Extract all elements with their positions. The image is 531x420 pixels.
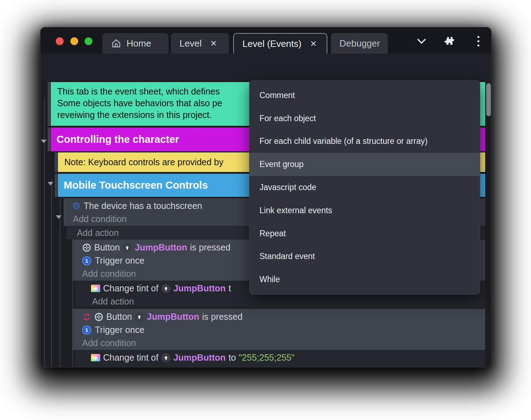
gamepad-button-icon <box>82 243 91 252</box>
menu-item-javascript-code[interactable]: Javascript code <box>250 176 480 199</box>
window-menu-button[interactable] <box>472 35 485 47</box>
indent-bar <box>48 128 50 151</box>
add-event-context-menu: Comment For each object For each child v… <box>249 80 480 295</box>
tree-guide-line <box>60 198 60 367</box>
action-text: Change tint of <box>103 352 159 363</box>
tab-close-icon[interactable]: ✕ <box>310 39 317 49</box>
group-title: Mobile Touchscreen Controls <box>64 179 208 191</box>
note-text: Note: Keyboard controls are provided by <box>64 157 223 167</box>
add-action-link[interactable]: Add action <box>75 364 485 367</box>
object-thumbnail-arrow-icon <box>161 284 171 293</box>
indent-bar <box>72 239 75 281</box>
tab-label: Home <box>127 38 151 49</box>
menu-item-link-external-events[interactable]: Link external events <box>250 199 480 222</box>
tab-level[interactable]: Level ✕ <box>171 33 229 54</box>
traffic-minimize-button[interactable] <box>70 37 78 45</box>
tabs-dropdown-button[interactable] <box>415 35 428 47</box>
tab-bar: Home Level ✕ Level (Events) ✕ Debugger <box>41 27 491 54</box>
traffic-close-button[interactable] <box>56 37 64 45</box>
invert-condition-icon <box>82 312 91 322</box>
condition-text: Button <box>106 312 132 322</box>
object-name: JumpButton <box>135 242 187 253</box>
action-text: t <box>229 283 231 294</box>
app-window: Home Level ✕ Level (Events) ✕ Debugger <box>40 27 492 367</box>
condition-text: is pressed <box>202 312 242 322</box>
tree-guide-line <box>44 98 45 367</box>
chevron-down-icon <box>417 38 426 44</box>
menu-item-for-each-child-variable[interactable]: For each child variable (of a structure … <box>250 130 480 153</box>
tab-debugger[interactable]: Debugger <box>331 33 388 54</box>
extensions-button[interactable] <box>443 35 456 47</box>
object-thumbnail-arrow-icon <box>135 312 144 322</box>
indent-bar <box>72 309 75 350</box>
menu-item-repeat[interactable]: Repeat <box>250 222 480 245</box>
action-text: to <box>229 352 236 363</box>
color-tint-icon <box>91 285 100 292</box>
color-tint-icon <box>91 354 100 361</box>
indent-bar <box>55 152 58 172</box>
trigger-once-icon: 1 <box>82 325 91 335</box>
screenshot-canvas: Home Level ✕ Level (Events) ✕ Debugger <box>0 0 531 420</box>
indent-bar <box>55 174 58 197</box>
collapse-arrow-icon[interactable] <box>48 182 53 185</box>
kebab-menu-icon <box>477 35 480 47</box>
puzzle-icon <box>444 36 455 47</box>
event-jumpbutton-released-actions[interactable]: Change tint of JumpButton to "255;255;25… <box>75 350 485 367</box>
menu-item-event-group[interactable]: Event group <box>250 153 480 176</box>
tab-label: Debugger <box>339 38 380 49</box>
tab-home[interactable]: Home <box>102 33 168 54</box>
menu-item-for-each-object[interactable]: For each object <box>250 107 480 130</box>
condition-text: Button <box>94 242 120 253</box>
indent-bar <box>48 82 50 126</box>
tint-value: "255;255;255" <box>239 352 295 363</box>
add-condition-link[interactable]: Add condition <box>82 336 485 350</box>
tab-label: Level <box>179 38 202 49</box>
menu-item-comment[interactable]: Comment <box>250 84 480 107</box>
tab-label: Level (Events) <box>242 38 301 49</box>
collapse-arrow-icon[interactable] <box>41 140 47 143</box>
condition-text: Trigger once <box>95 255 144 266</box>
group-title: Controlling the character <box>57 134 179 145</box>
gamepad-button-icon <box>94 312 103 322</box>
object-name: JumpButton <box>147 312 199 322</box>
menu-item-while[interactable]: While <box>250 268 480 291</box>
object-name: JumpButton <box>173 352 226 363</box>
indent-bar <box>64 198 66 226</box>
event-jumpbutton-released[interactable]: Button JumpButton is pressed 1 Trigger o… <box>75 309 485 350</box>
collapse-arrow-icon[interactable] <box>56 215 61 219</box>
object-thumbnail-arrow-icon <box>161 353 171 362</box>
menu-item-standard-event[interactable]: Standard event <box>250 245 480 268</box>
vertical-scrollbar-thumb[interactable] <box>486 83 491 116</box>
condition-text: Trigger once <box>95 325 144 335</box>
add-action-link[interactable]: Add action <box>75 295 485 308</box>
gear-icon: ⚙ <box>72 201 81 211</box>
toolbar <box>41 54 491 80</box>
traffic-zoom-button[interactable] <box>85 37 92 45</box>
condition-text: The device has a touchscreen <box>84 201 202 211</box>
action-text: Change tint of <box>103 283 159 294</box>
condition-text: is pressed <box>190 242 230 253</box>
tab-level-events[interactable]: Level (Events) ✕ <box>233 33 327 54</box>
tree-guide-line <box>51 178 52 367</box>
tab-close-icon[interactable]: ✕ <box>210 39 217 48</box>
trigger-once-icon: 1 <box>82 256 91 265</box>
object-thumbnail-arrow-icon <box>123 243 132 252</box>
object-name: JumpButton <box>173 283 226 294</box>
home-icon <box>111 38 122 49</box>
